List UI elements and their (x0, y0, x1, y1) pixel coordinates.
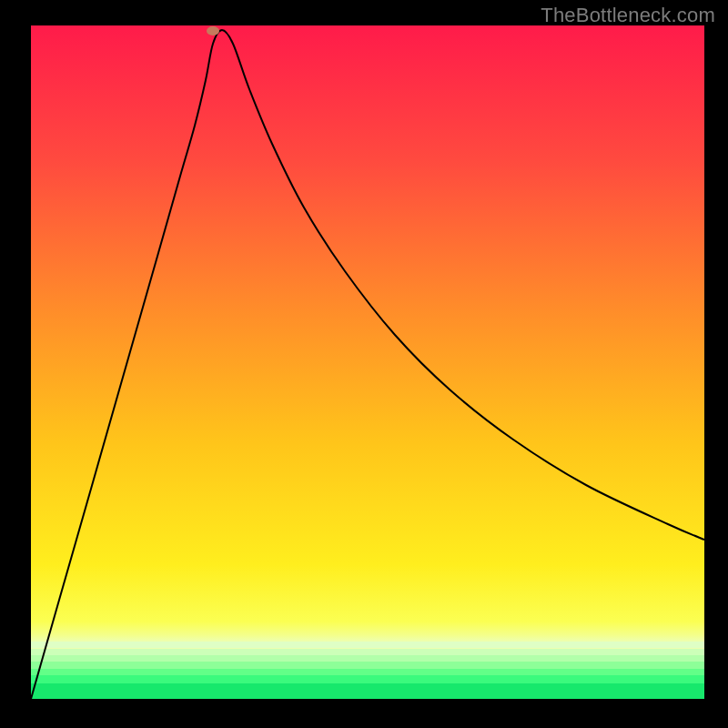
curve-path (31, 30, 704, 699)
minimum-marker (207, 26, 219, 35)
chart-stage: TheBottleneck.com (0, 0, 728, 728)
plot-area (31, 25, 704, 699)
bottleneck-curve (31, 25, 704, 699)
watermark-text: TheBottleneck.com (541, 4, 715, 27)
